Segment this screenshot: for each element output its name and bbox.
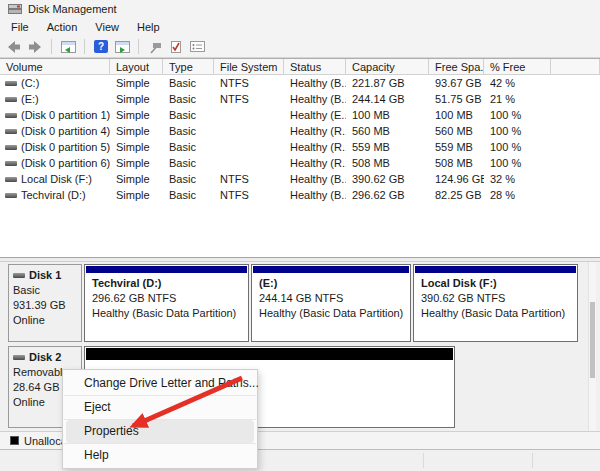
partition-header-strip [415, 266, 576, 273]
action-pane-icon[interactable] [114, 40, 130, 54]
volume-name: (Disk 0 partition 6) [21, 155, 110, 171]
toolbar-separator [84, 39, 85, 54]
table-row[interactable]: (E:) Simple Basic NTFS Healthy (B... 244… [0, 91, 600, 107]
cell-free-space: 82.25 GB [429, 187, 484, 203]
menu-item-help[interactable]: Help [63, 444, 257, 467]
column-header-volume[interactable]: Volume [0, 59, 110, 75]
toolbar-separator [51, 39, 52, 54]
cell-capacity: 560 MB [346, 123, 429, 139]
statusbar-divider [532, 453, 533, 468]
cell-layout: Simple [110, 107, 163, 123]
properties-list-icon[interactable] [189, 40, 205, 54]
partition-size: 390.62 GB NTFS [421, 291, 570, 306]
partition-health: Healthy (Basic Data Partition) [92, 306, 241, 321]
cell-status: Healthy (B... [284, 187, 346, 203]
forward-icon[interactable] [27, 40, 43, 54]
cell-free-space: 559 MB [429, 139, 484, 155]
partition-e[interactable]: (E:) 244.14 GB NTFS Healthy (Basic Data … [251, 264, 411, 342]
table-row[interactable]: (Disk 0 partition 4) Simple Basic Health… [0, 123, 600, 139]
check-document-icon[interactable] [168, 40, 184, 54]
cell-capacity: 296.62 GB [346, 187, 429, 203]
column-header-capacity[interactable]: Capacity [346, 59, 429, 75]
console-tree-icon[interactable] [60, 40, 76, 54]
menu-file[interactable]: File [2, 18, 38, 36]
title-bar: Disk Management [0, 0, 600, 18]
volume-table-header: Volume Layout Type File System Status Ca… [0, 58, 600, 75]
partition-health: Healthy (Basic Data Partition) [421, 306, 570, 321]
cell-capacity: 559 MB [346, 139, 429, 155]
cell-blank [551, 155, 600, 171]
menu-bar: File Action View Help [0, 18, 600, 36]
column-header-status[interactable]: Status [284, 59, 346, 75]
column-header-pct-free[interactable]: % Free [484, 59, 551, 75]
volume-icon [5, 145, 17, 150]
partition-size: 296.62 GB NTFS [92, 291, 241, 306]
volume-name: (E:) [21, 91, 39, 107]
back-icon[interactable] [6, 40, 22, 54]
cell-file-system: NTFS [214, 187, 284, 203]
cell-layout: Simple [110, 187, 163, 203]
cell-status: Healthy (E... [284, 107, 346, 123]
table-row[interactable]: Local Disk (F:) Simple Basic NTFS Health… [0, 171, 600, 187]
cell-status: Healthy (B... [284, 75, 346, 91]
volume-name: Local Disk (F:) [21, 171, 92, 187]
volume-icon [5, 177, 17, 182]
disk2-name: Disk 2 [29, 350, 61, 365]
menu-action[interactable]: Action [38, 18, 87, 36]
partition-name: (E:) [259, 276, 403, 291]
scrollbar-thumb[interactable] [590, 302, 595, 378]
column-header-type[interactable]: Type [163, 59, 214, 75]
cell-status: Healthy (R... [284, 123, 346, 139]
table-row[interactable]: (C:) Simple Basic NTFS Healthy (B... 221… [0, 75, 600, 91]
partition-name: Techviral (D:) [92, 276, 241, 291]
cell-file-system [214, 123, 284, 139]
volume-name: (Disk 0 partition 1) [21, 107, 110, 123]
unallocated-swatch [10, 436, 19, 445]
partition-local-disk-f[interactable]: Local Disk (F:) 390.62 GB NTFS Healthy (… [413, 264, 578, 342]
volume-list-pane: Volume Layout Type File System Status Ca… [0, 58, 600, 258]
statusbar-divider [423, 453, 424, 468]
menu-item-change-drive-letter[interactable]: Change Drive Letter and Paths... [63, 372, 257, 395]
cell-blank [551, 123, 600, 139]
cell-type: Basic [163, 187, 214, 203]
table-row[interactable]: (Disk 0 partition 6) Simple Basic Health… [0, 155, 600, 171]
cell-status: Healthy (B... [284, 171, 346, 187]
menu-view[interactable]: View [86, 18, 128, 36]
cell-free-space: 93.67 GB [429, 75, 484, 91]
menu-help[interactable]: Help [128, 18, 169, 36]
volume-icon [5, 81, 17, 86]
disk1-size: 931.39 GB [13, 298, 77, 313]
cell-pct-free: 100 % [484, 123, 551, 139]
partition-name: Local Disk (F:) [421, 276, 570, 291]
cell-file-system: NTFS [214, 75, 284, 91]
cell-free-space: 124.96 GB [429, 171, 484, 187]
cell-layout: Simple [110, 139, 163, 155]
cell-free-space: 560 MB [429, 123, 484, 139]
cell-blank [551, 107, 600, 123]
disk1-label[interactable]: Disk 1 Basic 931.39 GB Online [8, 264, 82, 342]
table-row[interactable]: (Disk 0 partition 5) Simple Basic Health… [0, 139, 600, 155]
menu-item-properties[interactable]: Properties [66, 420, 254, 443]
cell-file-system [214, 139, 284, 155]
flag-icon[interactable] [147, 40, 163, 54]
table-row[interactable]: (Disk 0 partition 1) Simple Basic Health… [0, 107, 600, 123]
column-header-file-system[interactable]: File System [214, 59, 284, 75]
volume-name: (Disk 0 partition 5) [21, 139, 110, 155]
volume-icon [5, 161, 17, 166]
vertical-scrollbar[interactable] [588, 262, 596, 432]
help-icon[interactable]: ? [93, 40, 109, 54]
cell-type: Basic [163, 91, 214, 107]
column-header-layout[interactable]: Layout [110, 59, 163, 75]
table-row[interactable]: Techviral (D:) Simple Basic NTFS Healthy… [0, 187, 600, 203]
cell-file-system [214, 155, 284, 171]
cell-type: Basic [163, 155, 214, 171]
partition-header-strip [86, 266, 247, 273]
partition-techviral-d[interactable]: Techviral (D:) 296.62 GB NTFS Healthy (B… [84, 264, 249, 342]
volume-icon [5, 193, 17, 198]
cell-free-space: 508 MB [429, 155, 484, 171]
cell-capacity: 221.87 GB [346, 75, 429, 91]
column-header-free-space[interactable]: Free Spa... [429, 59, 484, 75]
menu-item-eject[interactable]: Eject [63, 396, 257, 419]
cell-layout: Simple [110, 91, 163, 107]
disk-management-app-icon [8, 3, 22, 15]
